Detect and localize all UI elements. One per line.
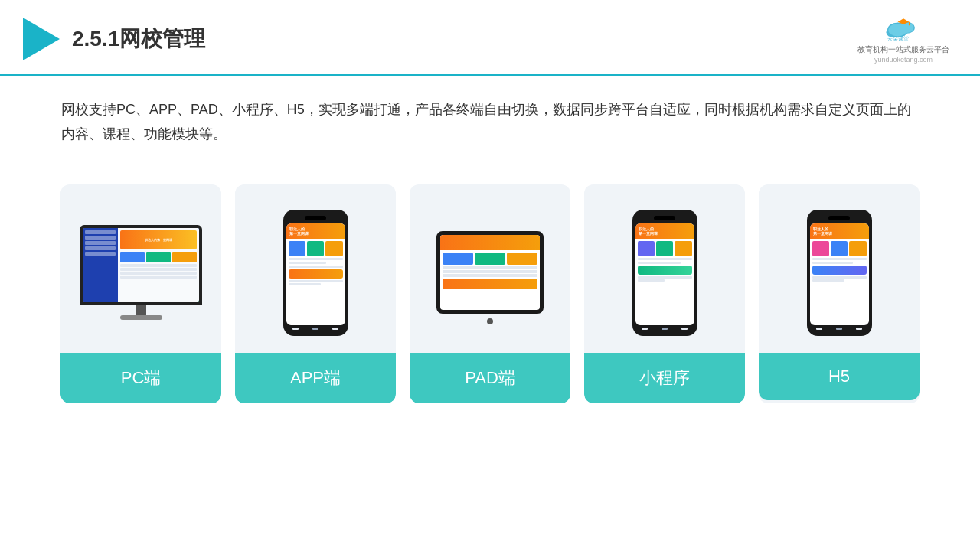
phone-screen: 职达人的第一堂网课 xyxy=(286,223,345,325)
tablet-mockup xyxy=(436,231,544,314)
card-pc: 职达人的第一堂网课 xyxy=(60,184,221,403)
miniapp-phone-mockup: 职达人的第一堂网课 xyxy=(632,210,697,336)
card-miniapp-image: 职达人的第一堂网课 xyxy=(584,184,745,353)
monitor-screen-wrapper: 职达人的第一堂网课 xyxy=(80,225,202,305)
page-title: 2.5.1网校管理 xyxy=(72,24,205,54)
card-app-label: APP端 xyxy=(235,353,396,403)
miniapp-notch xyxy=(654,216,675,220)
card-pc-label: PC端 xyxy=(60,353,221,403)
card-h5-image: 职达人的第一堂网课 xyxy=(759,184,920,353)
h5-phone-mockup: 职达人的第一堂网课 xyxy=(807,210,872,336)
logo-tagline: 教育机构一站式服务云平台yunduoketang.com xyxy=(858,44,949,65)
card-miniapp-label: 小程序 xyxy=(584,353,745,403)
app-phone-mockup: 职达人的第一堂网课 xyxy=(283,210,348,336)
pc-mockup: 职达人的第一堂网课 xyxy=(80,225,202,320)
monitor-screen: 职达人的第一堂网课 xyxy=(83,228,199,302)
card-h5: 职达人的第一堂网课 xyxy=(759,184,920,403)
card-app: 职达人的第一堂网课 xyxy=(235,184,396,403)
monitor-neck xyxy=(136,305,146,315)
description-text: 网校支持PC、APP、PAD、小程序、H5，实现多端打通，产品各终端自由切换，数… xyxy=(0,76,980,155)
svg-text:云朵课堂: 云朵课堂 xyxy=(887,36,909,41)
monitor-base xyxy=(120,315,162,320)
card-pad-image xyxy=(410,184,570,353)
logo-area: 云朵课堂 教育机构一站式服务云平台yunduoketang.com xyxy=(858,14,949,65)
card-pc-image: 职达人的第一堂网课 xyxy=(60,184,221,353)
header-left: 2.5.1网校管理 xyxy=(23,18,205,60)
cards-container: 职达人的第一堂网课 xyxy=(0,161,980,426)
h5-screen: 职达人的第一堂网课 xyxy=(810,223,869,325)
card-miniapp: 职达人的第一堂网课 xyxy=(584,184,745,403)
card-pad-label: PAD端 xyxy=(410,353,570,403)
card-app-image: 职达人的第一堂网课 xyxy=(235,184,396,353)
h5-notch xyxy=(828,216,850,220)
svg-point-4 xyxy=(900,23,914,34)
header: 2.5.1网校管理 云朵课堂 教育机构一站式服务云平台yunduoketang.… xyxy=(0,0,980,76)
tablet-screen xyxy=(440,235,540,310)
card-h5-label: H5 xyxy=(759,353,920,400)
miniapp-screen: 职达人的第一堂网课 xyxy=(635,223,694,325)
phone-notch xyxy=(305,216,326,220)
tablet-home-button xyxy=(487,318,493,324)
tablet-body xyxy=(436,231,544,314)
logo-svg: 云朵课堂 xyxy=(880,14,926,43)
play-icon xyxy=(23,18,60,60)
description-content: 网校支持PC、APP、PAD、小程序、H5，实现多端打通，产品各终端自由切换，数… xyxy=(61,102,911,142)
card-pad: PAD端 xyxy=(410,184,570,403)
